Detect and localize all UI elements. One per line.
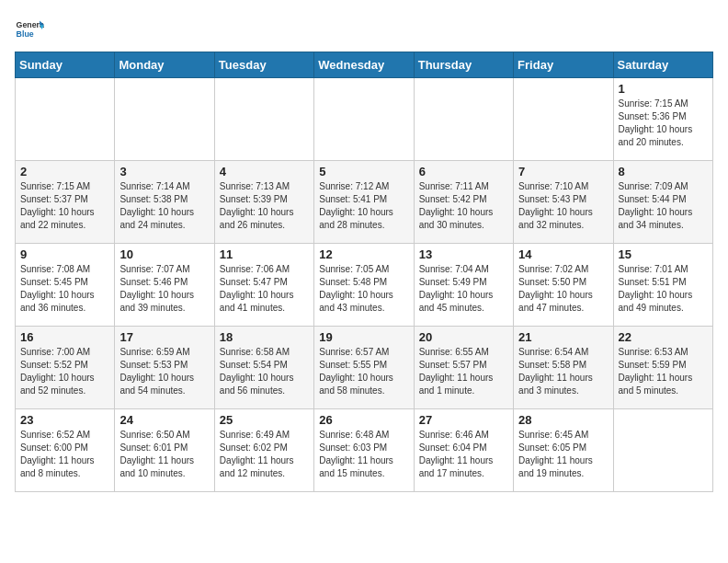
calendar-cell: 2Sunrise: 7:15 AM Sunset: 5:37 PM Daylig… xyxy=(16,161,115,244)
day-number: 25 xyxy=(220,413,309,427)
day-number: 24 xyxy=(119,413,209,427)
day-info: Sunrise: 6:57 AM Sunset: 5:55 PM Dayligh… xyxy=(319,346,408,397)
day-number: 7 xyxy=(518,165,608,178)
weekday-header-thursday: Thursday xyxy=(414,52,513,78)
day-number: 21 xyxy=(518,330,608,344)
calendar-cell: 22Sunrise: 6:53 AM Sunset: 5:59 PM Dayli… xyxy=(613,327,712,409)
calendar-cell: 15Sunrise: 7:01 AM Sunset: 5:51 PM Dayli… xyxy=(613,244,712,327)
calendar-cell: 3Sunrise: 7:14 AM Sunset: 5:38 PM Daylig… xyxy=(115,161,214,244)
logo: General Blue xyxy=(15,15,44,44)
calendar-week-3: 9Sunrise: 7:08 AM Sunset: 5:45 PM Daylig… xyxy=(16,244,713,327)
day-info: Sunrise: 7:06 AM Sunset: 5:47 PM Dayligh… xyxy=(220,263,309,315)
calendar-cell xyxy=(16,78,115,161)
day-number: 16 xyxy=(20,330,109,344)
calendar-cell: 28Sunrise: 6:45 AM Sunset: 6:05 PM Dayli… xyxy=(514,409,613,492)
day-number: 28 xyxy=(518,413,608,427)
calendar-cell: 6Sunrise: 7:11 AM Sunset: 5:42 PM Daylig… xyxy=(414,161,513,244)
calendar-cell: 9Sunrise: 7:08 AM Sunset: 5:45 PM Daylig… xyxy=(16,244,115,327)
day-number: 22 xyxy=(619,330,708,344)
day-info: Sunrise: 6:58 AM Sunset: 5:54 PM Dayligh… xyxy=(220,346,309,397)
calendar-cell xyxy=(414,78,513,161)
day-info: Sunrise: 7:08 AM Sunset: 5:45 PM Dayligh… xyxy=(20,263,109,315)
calendar-cell: 17Sunrise: 6:59 AM Sunset: 5:53 PM Dayli… xyxy=(115,327,214,409)
day-number: 27 xyxy=(419,413,508,427)
calendar-cell: 26Sunrise: 6:48 AM Sunset: 6:03 PM Dayli… xyxy=(314,409,414,492)
calendar-cell: 14Sunrise: 7:02 AM Sunset: 5:50 PM Dayli… xyxy=(514,244,613,327)
day-info: Sunrise: 6:48 AM Sunset: 6:03 PM Dayligh… xyxy=(319,429,408,480)
calendar-cell: 12Sunrise: 7:05 AM Sunset: 5:48 PM Dayli… xyxy=(314,244,414,327)
calendar-cell: 1Sunrise: 7:15 AM Sunset: 5:36 PM Daylig… xyxy=(613,78,712,161)
page-header: General Blue xyxy=(15,15,713,44)
day-number: 10 xyxy=(119,247,209,261)
day-info: Sunrise: 7:09 AM Sunset: 5:44 PM Dayligh… xyxy=(619,180,708,232)
day-info: Sunrise: 6:50 AM Sunset: 6:01 PM Dayligh… xyxy=(119,429,209,480)
weekday-header-monday: Monday xyxy=(115,52,214,78)
weekday-header-row: SundayMondayTuesdayWednesdayThursdayFrid… xyxy=(16,52,713,78)
day-number: 2 xyxy=(20,165,109,178)
day-info: Sunrise: 6:55 AM Sunset: 5:57 PM Dayligh… xyxy=(419,346,508,397)
calendar-cell: 7Sunrise: 7:10 AM Sunset: 5:43 PM Daylig… xyxy=(514,161,613,244)
day-number: 14 xyxy=(518,247,608,261)
weekday-header-saturday: Saturday xyxy=(613,52,712,78)
weekday-header-tuesday: Tuesday xyxy=(214,52,313,78)
calendar-week-5: 23Sunrise: 6:52 AM Sunset: 6:00 PM Dayli… xyxy=(16,409,713,492)
day-info: Sunrise: 7:15 AM Sunset: 5:36 PM Dayligh… xyxy=(619,98,708,149)
day-info: Sunrise: 6:49 AM Sunset: 6:02 PM Dayligh… xyxy=(220,429,309,480)
calendar-cell: 24Sunrise: 6:50 AM Sunset: 6:01 PM Dayli… xyxy=(115,409,214,492)
day-info: Sunrise: 6:52 AM Sunset: 6:00 PM Dayligh… xyxy=(20,429,109,480)
calendar-cell: 25Sunrise: 6:49 AM Sunset: 6:02 PM Dayli… xyxy=(214,409,313,492)
day-number: 3 xyxy=(119,165,209,178)
calendar-cell xyxy=(314,78,414,161)
calendar-cell xyxy=(115,78,214,161)
day-info: Sunrise: 7:14 AM Sunset: 5:38 PM Dayligh… xyxy=(119,180,209,232)
day-info: Sunrise: 6:59 AM Sunset: 5:53 PM Dayligh… xyxy=(119,346,209,397)
calendar-cell: 10Sunrise: 7:07 AM Sunset: 5:46 PM Dayli… xyxy=(115,244,214,327)
calendar-cell: 16Sunrise: 7:00 AM Sunset: 5:52 PM Dayli… xyxy=(16,327,115,409)
day-info: Sunrise: 7:00 AM Sunset: 5:52 PM Dayligh… xyxy=(20,346,109,397)
day-info: Sunrise: 7:07 AM Sunset: 5:46 PM Dayligh… xyxy=(119,263,209,315)
day-info: Sunrise: 7:04 AM Sunset: 5:49 PM Dayligh… xyxy=(419,263,508,315)
day-number: 20 xyxy=(419,330,508,344)
svg-text:Blue: Blue xyxy=(17,29,34,39)
calendar-cell: 19Sunrise: 6:57 AM Sunset: 5:55 PM Dayli… xyxy=(314,327,414,409)
day-info: Sunrise: 6:46 AM Sunset: 6:04 PM Dayligh… xyxy=(419,429,508,480)
day-number: 15 xyxy=(619,247,708,261)
day-number: 9 xyxy=(20,247,109,261)
calendar-week-1: 1Sunrise: 7:15 AM Sunset: 5:36 PM Daylig… xyxy=(16,78,713,161)
weekday-header-friday: Friday xyxy=(514,52,613,78)
logo-icon: General Blue xyxy=(15,15,44,44)
day-number: 26 xyxy=(319,413,408,427)
day-info: Sunrise: 7:12 AM Sunset: 5:41 PM Dayligh… xyxy=(319,180,408,232)
calendar-cell: 4Sunrise: 7:13 AM Sunset: 5:39 PM Daylig… xyxy=(214,161,313,244)
calendar-week-2: 2Sunrise: 7:15 AM Sunset: 5:37 PM Daylig… xyxy=(16,161,713,244)
calendar-table: SundayMondayTuesdayWednesdayThursdayFrid… xyxy=(15,52,713,492)
day-info: Sunrise: 7:01 AM Sunset: 5:51 PM Dayligh… xyxy=(619,263,708,315)
calendar-cell: 23Sunrise: 6:52 AM Sunset: 6:00 PM Dayli… xyxy=(16,409,115,492)
day-info: Sunrise: 6:54 AM Sunset: 5:58 PM Dayligh… xyxy=(518,346,608,397)
calendar-cell: 11Sunrise: 7:06 AM Sunset: 5:47 PM Dayli… xyxy=(214,244,313,327)
day-info: Sunrise: 6:45 AM Sunset: 6:05 PM Dayligh… xyxy=(518,429,608,480)
weekday-header-sunday: Sunday xyxy=(16,52,115,78)
calendar-cell: 27Sunrise: 6:46 AM Sunset: 6:04 PM Dayli… xyxy=(414,409,513,492)
day-number: 8 xyxy=(619,165,708,178)
calendar-week-4: 16Sunrise: 7:00 AM Sunset: 5:52 PM Dayli… xyxy=(16,327,713,409)
day-info: Sunrise: 6:53 AM Sunset: 5:59 PM Dayligh… xyxy=(619,346,708,397)
weekday-header-wednesday: Wednesday xyxy=(314,52,414,78)
calendar-cell xyxy=(613,409,712,492)
day-number: 4 xyxy=(220,165,309,178)
calendar-cell: 21Sunrise: 6:54 AM Sunset: 5:58 PM Dayli… xyxy=(514,327,613,409)
day-number: 23 xyxy=(20,413,109,427)
calendar-cell xyxy=(514,78,613,161)
calendar-cell xyxy=(214,78,313,161)
day-number: 12 xyxy=(319,247,408,261)
day-number: 17 xyxy=(119,330,209,344)
calendar-cell: 5Sunrise: 7:12 AM Sunset: 5:41 PM Daylig… xyxy=(314,161,414,244)
day-info: Sunrise: 7:05 AM Sunset: 5:48 PM Dayligh… xyxy=(319,263,408,315)
calendar-cell: 18Sunrise: 6:58 AM Sunset: 5:54 PM Dayli… xyxy=(214,327,313,409)
calendar-cell: 8Sunrise: 7:09 AM Sunset: 5:44 PM Daylig… xyxy=(613,161,712,244)
day-number: 19 xyxy=(319,330,408,344)
calendar-cell: 13Sunrise: 7:04 AM Sunset: 5:49 PM Dayli… xyxy=(414,244,513,327)
calendar-cell: 20Sunrise: 6:55 AM Sunset: 5:57 PM Dayli… xyxy=(414,327,513,409)
day-number: 5 xyxy=(319,165,408,178)
day-info: Sunrise: 7:10 AM Sunset: 5:43 PM Dayligh… xyxy=(518,180,608,232)
